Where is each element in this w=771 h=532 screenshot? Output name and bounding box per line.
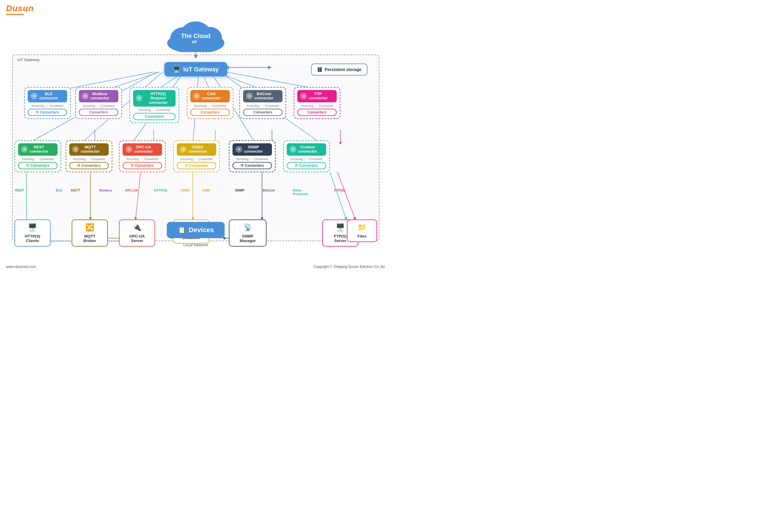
can-connector: ✦ CANconnector Incoming ↓ ↑ Converted Co… — [187, 87, 233, 119]
ftps-server-label: FTP(S)Server — [334, 234, 346, 243]
odbc-icon: ✦ — [180, 146, 186, 153]
mqtt-broker-node: 🔀 MQTTBroker — [72, 219, 108, 247]
odbc-converters-btn[interactable]: ⟳Converters — [177, 162, 216, 169]
proto-ftps: FTP(S) — [334, 188, 345, 192]
diagram: ⇌ The Cloud IoT Gateway 🖥️ IoT Gateway 🗄… — [6, 18, 385, 271]
ftp-incoming-converted: Incoming ↓ ↑ Converted — [297, 104, 337, 107]
snmp-incoming-converted: Incoming ↓ ↑ Converted — [232, 157, 272, 161]
snmp-manager-label: SNMPManager — [240, 234, 256, 243]
snmp-manager-icon: 📡 — [243, 223, 252, 232]
opcua-incoming-converted: Incoming ↓ ↑ Converted — [123, 157, 162, 161]
mqtt-icon: ✦ — [72, 146, 79, 153]
can-icon: ✦ — [193, 93, 200, 99]
rest-incoming-converted: Incoming ↓ ↑ Converted — [18, 157, 57, 161]
ble-converters-btn[interactable]: ⟳Converters — [28, 109, 67, 116]
cloud-label: The Cloud — [181, 33, 210, 39]
modbus-icon: ✦ — [82, 93, 89, 99]
proto-https: HTTP(S) — [154, 188, 167, 192]
rest-icon: ✦ — [21, 146, 28, 153]
https-incoming-converted: Incoming ↓ ↑ Converted — [133, 108, 176, 112]
mqtt-converters-btn[interactable]: ⟳Converters — [69, 162, 109, 169]
iot-gateway-label: IoT Gateway — [183, 66, 219, 73]
proto-odbc: ODBC — [181, 188, 190, 192]
odbc-connector: ✦ ODBCconnector Incoming ↓ ↑ Converted ⟳… — [173, 140, 220, 172]
bacnet-connector: ✦ BACnetconnector Incoming ↓ ↑ Converted… — [239, 87, 286, 119]
logo: Dusun — [6, 4, 34, 13]
proto-can: CAN — [202, 188, 210, 192]
https-clients-label: HTTP(S)Clients — [25, 234, 40, 243]
files-icon: 📁 — [357, 223, 366, 232]
modbus-converters-btn[interactable]: Converters — [79, 109, 118, 116]
https-connector: ✦ HTTP(S) Requestconnector Incoming ↓ ↑ … — [129, 87, 179, 123]
custom-connector: ✦ Customconnector Incoming ↓ ↑ Converted… — [283, 140, 330, 172]
footer-website: www.dusuniot.com — [6, 265, 36, 269]
can-converters-btn[interactable]: Converters — [190, 109, 230, 116]
files-node: 📁 Files — [347, 219, 377, 242]
devices-label: Devices — [189, 226, 214, 234]
https-converters-btn[interactable]: Converters — [133, 113, 176, 120]
footer-copyright: Copyright © Zhejiang Dusun Electron Co.,… — [313, 265, 385, 269]
can-incoming-converted: Incoming ↓ ↑ Converted — [190, 104, 230, 107]
proto-ble: BLE — [56, 188, 62, 192]
files-label: Files — [357, 234, 366, 238]
iot-gateway-box: 🖥️ IoT Gateway — [164, 62, 227, 76]
persistent-storage: 🗄️ Persistent storage — [311, 64, 367, 76]
https-clients-node: 🖥️ HTTP(S)Clients — [14, 219, 51, 247]
proto-rest: REST — [15, 188, 24, 192]
cloud-node: ⇌ The Cloud — [163, 19, 229, 53]
proto-bacnet: BACnet — [263, 188, 275, 192]
opcua-server-icon: 🔌 — [132, 223, 141, 232]
ftps-server-icon: 🖥️ — [336, 223, 345, 232]
modbus-incoming-converted: Incoming ↓ ↑ Converted — [79, 104, 118, 107]
gateway-outer-label: IoT Gateway — [17, 58, 39, 62]
ble-icon: ✦ — [31, 93, 37, 99]
mqtt-broker-label: MQTTBroker — [83, 234, 96, 243]
opcua-server-node: 🔌 OPC-UAServer — [119, 219, 155, 247]
mqtt-broker-icon: 🔀 — [85, 223, 94, 232]
devices-icon: 📋 — [178, 226, 186, 234]
ble-connector: ✦ BLEconnector Incoming ↓ ↑ Converted ⟳C… — [24, 87, 71, 119]
opcua-icon: ✦ — [126, 146, 132, 153]
mqtt-connector: ✦ MQTTconnector Incoming ↓ ↑ Converted ⟳… — [66, 140, 112, 172]
proto-modbus: Modbus — [99, 188, 112, 192]
proto-opcua: OPC-UA — [125, 188, 138, 192]
bacnet-converters-btn[interactable]: Converters — [243, 109, 282, 116]
snmp-icon: ✦ — [235, 146, 242, 153]
devices-box: 📋 Devices — [167, 222, 225, 238]
proto-other: Other Protocols — [293, 188, 308, 196]
ble-incoming-converted: Incoming ↓ ↑ Converted — [28, 104, 67, 107]
iot-gateway-icon: 🖥️ — [173, 66, 180, 73]
proto-mqtt: MQTT — [71, 188, 80, 192]
snmp-converters-btn[interactable]: ⟳Converters — [232, 162, 272, 169]
storage-icon: 🗄️ — [317, 67, 322, 72]
modbus-connector: ✦ Modbusconnector Incoming ↓ ↑ Converted… — [75, 87, 122, 119]
snmp-connector: ✦ SNMPconnector Incoming ↓ ↑ Converted ⟳… — [229, 140, 275, 172]
opcua-server-label: OPC-UAServer — [129, 234, 145, 243]
footer: www.dusuniot.com Copyright © Zhejiang Du… — [0, 265, 392, 269]
bacnet-incoming-converted: Incoming ↓ ↑ Converted — [243, 104, 282, 107]
logo-underline — [6, 14, 24, 15]
custom-converters-btn[interactable]: ⟳Converters — [287, 162, 326, 169]
https-clients-icon: 🖥️ — [28, 223, 37, 232]
snmp-manager-node: 📡 SNMPManager — [229, 219, 266, 247]
custom-icon: ✦ — [290, 146, 296, 153]
ftp-converters-btn[interactable]: Converters — [297, 109, 337, 116]
opcua-converters-btn[interactable]: ⟳Converters — [123, 162, 162, 169]
ftp-connector: ✦ FTPconnector Incoming ↓ ↑ Converted Co… — [294, 87, 340, 119]
proto-snmp: SNMP — [235, 188, 244, 192]
mqtt-incoming-converted: Incoming ↓ ↑ Converted — [69, 157, 109, 161]
opcua-connector: ✦ OPC-UAconnector Incoming ↓ ↑ Converted… — [119, 140, 166, 172]
custom-incoming-converted: Incoming ↓ ↑ Converted — [287, 157, 326, 161]
persistent-storage-label: Persistent storage — [325, 67, 361, 72]
rest-converters-btn[interactable]: ⟳Converters — [18, 162, 57, 169]
odbc-incoming-converted: Incoming ↓ ↑ Converted — [177, 157, 216, 161]
https-icon: ✦ — [136, 95, 142, 101]
ftp-icon: ✦ — [300, 93, 307, 99]
rest-connector: ✦ RESTconnector Incoming ↓ ↑ Converted ⟳… — [14, 140, 61, 172]
bacnet-icon: ✦ — [246, 93, 253, 99]
